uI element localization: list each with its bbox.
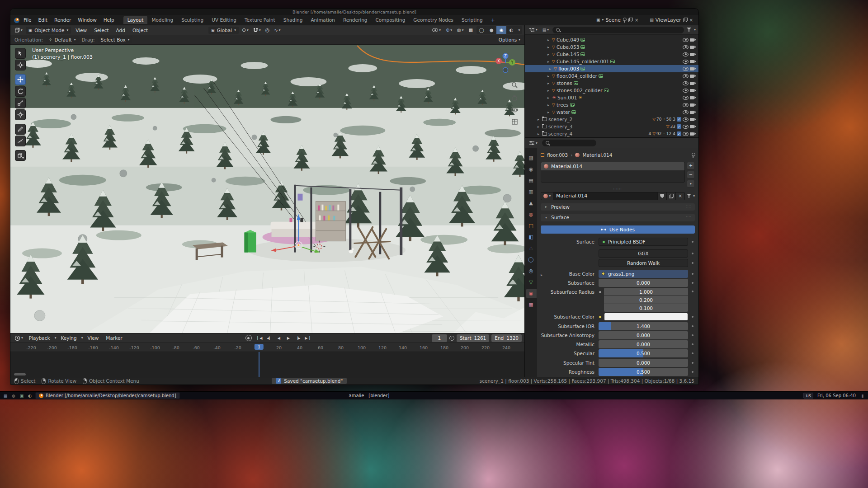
subsurface-slider[interactable]: 0.000 xyxy=(599,279,688,287)
taskbar-app-icon[interactable]: ◐ xyxy=(27,393,33,399)
animate-dot[interactable] xyxy=(690,352,695,354)
expand-icon[interactable]: ▸ xyxy=(541,273,542,277)
menu-add[interactable]: Add xyxy=(113,27,128,34)
subsurface-anisotropy-slider[interactable]: 0.000 xyxy=(599,331,688,339)
material-slot-list[interactable]: Material.014 xyxy=(541,162,685,183)
outliner-search-input[interactable] xyxy=(552,27,684,33)
outliner-row[interactable]: ▸▽Cube.145_collider.001 xyxy=(525,58,698,65)
transform-tool[interactable] xyxy=(15,109,26,120)
expand-icon[interactable]: ▸ xyxy=(546,96,551,100)
outliner-row[interactable]: ▸▽Cube.053 xyxy=(525,43,698,51)
taskbar-app-icon[interactable]: ▦ xyxy=(3,393,8,399)
tab-particles[interactable]: ∴ xyxy=(526,244,537,253)
end-frame-field[interactable]: End 1320 xyxy=(491,334,522,342)
outliner-display-mode-dropdown[interactable]: ▤▾ xyxy=(541,27,550,33)
roughness-slider[interactable]: 0.500 xyxy=(599,368,688,376)
menu-keying[interactable]: Keying xyxy=(58,334,79,342)
expand-icon[interactable]: ▸ xyxy=(546,110,551,114)
expand-icon[interactable]: ▸ xyxy=(548,67,552,71)
taskbar-app-icon[interactable]: ▣ xyxy=(19,393,24,399)
expand-icon[interactable]: ▸ xyxy=(536,117,541,122)
keyboard-layout-indicator[interactable]: us xyxy=(803,393,813,399)
taskbar-window-secondary[interactable]: amalie - [blender] xyxy=(345,392,393,399)
3d-viewport[interactable]: User Perspective (1) scenery_1 | floor.0… xyxy=(10,45,524,333)
disable-in-renders-toggle[interactable] xyxy=(690,52,696,56)
start-frame-field[interactable]: Start 1261 xyxy=(457,334,489,342)
outliner-row[interactable]: ▸▽trees xyxy=(525,101,698,108)
add-material-slot-button[interactable]: + xyxy=(687,162,695,169)
filter-icon[interactable] xyxy=(686,194,692,198)
remove-viewlayer-icon[interactable]: × xyxy=(689,18,693,23)
tab-compositing[interactable]: Compositing xyxy=(372,16,410,24)
filter-chevron[interactable]: ▾ xyxy=(693,194,695,198)
tab-sculpting[interactable]: Sculpting xyxy=(177,16,208,24)
hide-in-viewport-toggle[interactable] xyxy=(683,125,689,129)
unlink-material-button[interactable]: × xyxy=(675,192,684,200)
hide-in-viewport-toggle[interactable] xyxy=(683,132,689,136)
outliner-row[interactable]: ▸▽Cube.145 xyxy=(525,51,698,58)
tab-rendering[interactable]: Rendering xyxy=(339,16,372,24)
menu-select[interactable]: Select xyxy=(91,27,111,34)
pan-hand-icon[interactable] xyxy=(511,94,518,103)
auto-keyframe-toggle[interactable] xyxy=(245,335,252,341)
hide-in-viewport-toggle[interactable] xyxy=(683,110,689,114)
hide-in-viewport-toggle[interactable] xyxy=(683,60,689,64)
clock[interactable]: Fri, 06 Sep 06:40 xyxy=(817,393,856,398)
radius-z-field[interactable]: 0.100 xyxy=(604,304,688,312)
snap-settings-chevron[interactable]: ▾ xyxy=(259,28,261,32)
tab-world[interactable]: ◍ xyxy=(526,210,537,219)
distribution-dropdown[interactable]: GGX xyxy=(599,249,688,258)
outliner-row[interactable]: ▸▽floor.004_collider xyxy=(525,72,698,80)
menu-object[interactable]: Object xyxy=(130,27,151,34)
animate-dot[interactable] xyxy=(690,253,695,254)
disable-in-renders-toggle[interactable] xyxy=(690,74,696,78)
shading-solid-button[interactable]: ● xyxy=(486,26,496,34)
timeline-tracks[interactable] xyxy=(10,352,524,377)
surface-shader-dropdown[interactable]: Principled BSDF xyxy=(599,238,688,246)
fake-user-button[interactable] xyxy=(657,192,666,200)
disable-in-renders-toggle[interactable] xyxy=(690,45,696,49)
editor-type-outliner[interactable]: ▾ xyxy=(528,27,539,33)
animate-dot[interactable] xyxy=(690,362,695,364)
hide-in-viewport-toggle[interactable] xyxy=(683,89,689,93)
select-box-tool[interactable] xyxy=(15,48,26,59)
add-workspace-button[interactable]: + xyxy=(487,16,499,24)
shading-wireframe-button[interactable]: ◯ xyxy=(476,26,486,34)
outliner-row[interactable]: ▸☀Sun.001☀ xyxy=(525,94,698,101)
show-desktop-button[interactable]: ▮ xyxy=(860,393,865,399)
expand-icon[interactable]: ▸ xyxy=(546,103,551,107)
subsurface-ior-slider[interactable]: 1.400 xyxy=(599,322,688,330)
tab-layout[interactable]: Layout xyxy=(123,16,148,24)
expand-icon[interactable]: ▸ xyxy=(546,45,551,49)
hide-in-viewport-toggle[interactable] xyxy=(683,117,689,122)
current-frame-line[interactable] xyxy=(259,352,259,377)
tab-scripting[interactable]: Scripting xyxy=(458,16,487,24)
outliner-collection-row[interactable]: ▸scenery_3▽33✓ xyxy=(525,123,698,130)
expand-icon[interactable]: ▸ xyxy=(536,125,541,129)
expand-icon[interactable]: ▸ xyxy=(546,74,551,78)
tab-geometry-nodes[interactable]: Geometry Nodes xyxy=(409,16,458,24)
hide-in-viewport-toggle[interactable] xyxy=(683,96,689,100)
ortho-grid-icon[interactable] xyxy=(511,118,518,127)
disable-in-renders-toggle[interactable] xyxy=(690,81,696,85)
disable-in-renders-toggle[interactable] xyxy=(690,89,696,93)
specular-tint-slider[interactable]: 0.000 xyxy=(599,359,688,367)
material-name-field[interactable]: Material.014 xyxy=(553,192,657,200)
tab-constraints[interactable]: ◎ xyxy=(526,267,537,275)
save-notification[interactable]: iSaved "camsetup.blend" xyxy=(272,378,347,384)
subsurface-method-dropdown[interactable]: Random Walk xyxy=(599,259,688,267)
tab-scene[interactable]: ▲ xyxy=(526,199,537,207)
collection-checkbox[interactable]: ✓ xyxy=(677,131,681,136)
timeline-ruler[interactable]: -220 -200 -180 -160 -140 -120 -100 -80 -… xyxy=(10,343,524,352)
new-viewlayer-icon[interactable] xyxy=(683,18,688,22)
tab-animation[interactable]: Animation xyxy=(307,16,339,24)
tab-object[interactable]: □ xyxy=(526,221,537,230)
outliner-row[interactable]: ▸▽stones.002_collider xyxy=(525,87,698,94)
pin-id-icon[interactable] xyxy=(691,153,695,158)
play-button[interactable]: ▶ xyxy=(284,334,292,342)
next-keyframe-button[interactable]: ▕▶ xyxy=(293,334,302,342)
use-nodes-button[interactable]: Use Nodes xyxy=(541,225,695,234)
previous-keyframe-button[interactable]: ◀▏ xyxy=(265,334,274,342)
viewlayer-selector[interactable]: ▤ ViewLayer × xyxy=(648,17,695,23)
measure-tool[interactable] xyxy=(15,136,26,146)
